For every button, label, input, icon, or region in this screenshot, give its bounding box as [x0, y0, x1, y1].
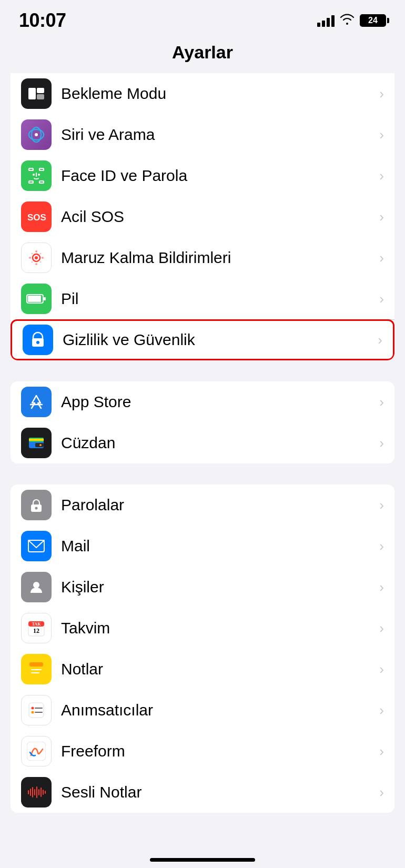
sesli-notlar-label: Sesli Notlar [61, 783, 374, 801]
svg-rect-32 [29, 439, 44, 441]
chevron-right-icon: › [379, 702, 384, 719]
chevron-right-icon: › [379, 784, 384, 801]
sidebar-item-app-store[interactable]: App Store › [11, 381, 394, 422]
gizlilik-label: Gizlilik ve Güvenlik [63, 331, 372, 349]
calendar-icon: TAK 12 [21, 613, 52, 643]
chevron-right-icon: › [379, 291, 384, 307]
notes-icon [21, 654, 52, 684]
sidebar-item-cuzdan[interactable]: Cüzdan › [11, 422, 394, 463]
svg-point-20 [32, 253, 33, 255]
svg-rect-58 [38, 789, 39, 795]
animsaticilar-label: Anımsatıcılar [61, 701, 374, 719]
svg-point-19 [42, 257, 44, 259]
status-bar: 10:07 24 [0, 0, 405, 37]
sidebar-item-gizlilik[interactable]: Gizlilik ve Güvenlik › [11, 319, 394, 360]
bottom-section: Parolalar › Mail › Kişiler › [11, 485, 394, 813]
chevron-right-icon: › [379, 579, 384, 596]
sidebar-item-acil-sos[interactable]: SOS Acil SOS › [11, 196, 394, 237]
home-indicator [150, 858, 255, 862]
chevron-right-icon: › [379, 127, 384, 143]
sidebar-item-maruz-kalma[interactable]: Maruz Kalma Bildirimleri › [11, 237, 394, 278]
sidebar-item-face-id[interactable]: Face ID ve Parola › [11, 155, 394, 196]
sidebar-item-animsaticilar[interactable]: Anımsatıcılar › [11, 690, 394, 731]
svg-rect-57 [36, 786, 37, 798]
svg-rect-54 [30, 789, 31, 796]
chevron-right-icon: › [378, 332, 382, 348]
siri-icon [21, 119, 52, 150]
mail-label: Mail [61, 537, 374, 555]
takvim-label: Takvim [61, 619, 374, 637]
svg-point-28 [36, 341, 39, 344]
exposure-icon [21, 243, 52, 273]
svg-point-16 [35, 250, 37, 253]
sidebar-item-bekleme-modu[interactable]: Bekleme Modu › [11, 73, 394, 114]
svg-point-34 [39, 444, 42, 446]
sidebar-item-siri[interactable]: Siri ve Arama › [11, 114, 394, 155]
contacts-icon [21, 572, 52, 602]
chevron-right-icon: › [379, 620, 384, 637]
top-section: Bekleme Modu › [11, 73, 394, 360]
svg-rect-7 [39, 168, 44, 170]
passwords-icon [21, 490, 52, 520]
svg-point-36 [35, 507, 38, 510]
svg-point-10 [33, 174, 35, 176]
wallet-icon [21, 428, 52, 458]
chevron-right-icon: › [379, 168, 384, 184]
notlar-label: Notlar [61, 660, 374, 678]
svg-point-17 [35, 263, 37, 265]
status-icons: 24 [317, 13, 386, 28]
voice-memos-icon [21, 777, 52, 808]
svg-rect-56 [34, 789, 35, 795]
svg-text:SOS: SOS [27, 213, 46, 223]
standby-icon [21, 78, 52, 109]
svg-point-21 [40, 253, 42, 255]
svg-point-11 [38, 174, 40, 176]
acil-sos-label: Acil SOS [61, 208, 374, 226]
svg-rect-55 [32, 787, 33, 798]
sidebar-item-pil[interactable]: Pil › [11, 278, 394, 319]
freeform-icon [21, 736, 52, 766]
chevron-right-icon: › [379, 661, 384, 678]
svg-rect-2 [37, 94, 44, 99]
svg-rect-26 [44, 297, 46, 300]
chevron-right-icon: › [379, 86, 384, 102]
cuzdan-label: Cüzdan [61, 434, 374, 452]
svg-text:12: 12 [33, 627, 39, 634]
sidebar-item-parolalar[interactable]: Parolalar › [11, 485, 394, 526]
svg-rect-6 [29, 168, 33, 170]
sidebar-item-notlar[interactable]: Notlar › [11, 649, 394, 690]
chevron-right-icon: › [379, 538, 384, 554]
chevron-right-icon: › [379, 435, 384, 451]
bekleme-modu-label: Bekleme Modu [61, 85, 374, 103]
page-title: Ayarlar [0, 37, 405, 73]
svg-rect-53 [28, 790, 29, 794]
siri-label: Siri ve Arama [61, 126, 374, 144]
sidebar-item-sesli-notlar[interactable]: Sesli Notlar › [11, 772, 394, 813]
chevron-right-icon: › [379, 394, 384, 410]
svg-rect-60 [43, 790, 44, 795]
sidebar-item-kisiler[interactable]: Kişiler › [11, 567, 394, 608]
freeform-label: Freeform [61, 742, 374, 760]
content-area: Bekleme Modu › [0, 73, 405, 813]
sidebar-item-mail[interactable]: Mail › [11, 526, 394, 567]
chevron-right-icon: › [379, 743, 384, 760]
reminders-icon [21, 695, 52, 725]
privacy-icon [23, 325, 53, 355]
sidebar-item-takvim[interactable]: TAK 12 Takvim › [11, 608, 394, 649]
sos-icon: SOS [21, 201, 52, 232]
face-id-icon [21, 160, 52, 191]
kisiler-label: Kişiler [61, 578, 374, 596]
svg-rect-0 [28, 88, 36, 99]
svg-point-38 [33, 582, 39, 588]
middle-section: App Store › Cüzdan › [11, 381, 394, 463]
app-store-label: App Store [61, 393, 374, 411]
svg-rect-1 [37, 88, 44, 93]
face-id-label: Face ID ve Parola [61, 167, 374, 185]
appstore-icon [21, 387, 52, 417]
parolalar-label: Parolalar [61, 496, 374, 514]
svg-rect-8 [29, 181, 33, 183]
svg-point-15 [35, 256, 38, 259]
svg-rect-9 [39, 181, 44, 183]
sidebar-item-freeform[interactable]: Freeform › [11, 731, 394, 772]
chevron-right-icon: › [379, 209, 384, 225]
